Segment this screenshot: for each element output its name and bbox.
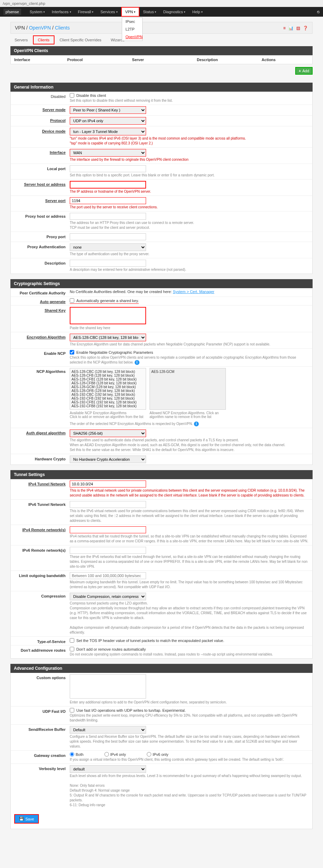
enablencp-checkbox[interactable] (70, 350, 74, 354)
enablencp-help: Check this option to allow OpenVPN clien… (70, 356, 296, 364)
ncp-item[interactable]: AES-192-CFB1 (192 bit key, 128 bit block… (71, 400, 144, 404)
ncp-item[interactable]: AES-128-CFB8 (128 bit key, 128 bit block… (71, 381, 144, 385)
ncp-item[interactable]: AES-128-CBC (128 bit key, 128 bit block) (71, 370, 144, 374)
ncp-item[interactable]: AES-192-CFB (192 bit key, 128 bit block) (71, 397, 144, 400)
udpio-cb-label: Use fast I/O operations with UDP writes … (76, 708, 186, 712)
serverport-input[interactable] (70, 197, 146, 204)
gw-both[interactable]: Both (70, 752, 84, 757)
sharedkey-textarea[interactable] (70, 307, 146, 324)
serverhost-input[interactable] (70, 181, 146, 189)
label-autogen: Auto generate (14, 298, 70, 304)
add-button[interactable]: Add (295, 67, 313, 75)
label-enablencp: Enable NCP (14, 350, 70, 356)
ncp-item[interactable]: AES-128-GCM (128 bit key, 128 bit block) (71, 385, 144, 389)
disabled-help: Set this option to disable this client w… (70, 98, 309, 103)
label-proxyhost: Proxy host or address (14, 213, 70, 218)
clients-table-head: Interface Protocol Server Description Ac… (10, 55, 313, 64)
ipv4rem-input[interactable] (70, 526, 146, 533)
bw-input[interactable] (70, 572, 146, 579)
gw-help: If you assign a virtual interface to thi… (70, 757, 309, 762)
advanced-head: Advanced Configuration (10, 664, 313, 673)
encalg-select[interactable]: AES-128-CBC (128 bit key, 128 bit block) (70, 334, 146, 341)
proxyauth-select[interactable]: none (70, 243, 146, 251)
ncp-allowed-list[interactable]: AES-128-GCM (150, 368, 226, 410)
desc-input[interactable] (70, 260, 146, 267)
status-icon[interactable]: ≡ (283, 26, 286, 31)
proxyauth-help: The type of authentication used by the p… (70, 252, 309, 257)
nav-vpn[interactable]: VPN▾ IPsec L2TP OpenVPN (121, 7, 140, 17)
ncp-item[interactable]: AES-192-CFB8 (192 bit key, 128 bit block… (71, 404, 144, 408)
graph-icon[interactable]: 📊 (288, 26, 294, 31)
breadcrumb-openvpn[interactable]: OpenVPN (29, 25, 51, 31)
url-display: /vpn_openvpn_client.php (0, 0, 323, 7)
tos-cb-label: Set the TOS IP header value of tunnel pa… (76, 639, 224, 643)
dropdown-openvpn[interactable]: OpenVPN (122, 33, 142, 41)
routes-cb-label: Don't add or remove routes automatically (76, 647, 146, 651)
buf-select[interactable]: Default (70, 726, 146, 734)
help-icon[interactable]: ❓ (303, 26, 308, 31)
gw-ipv4[interactable]: IPv4 only (104, 752, 126, 757)
label-localport: Local port (14, 165, 70, 171)
interface-select[interactable]: WAN (70, 149, 146, 157)
protocol-select[interactable]: UDP on IPv4 only (70, 117, 146, 125)
gw-ipv6[interactable]: IPv6 only (147, 752, 168, 757)
localport-help: Set this option to bind to a specific po… (70, 173, 309, 178)
nav-services[interactable]: Services▾ (97, 7, 121, 17)
ipv6tun-input[interactable] (70, 501, 146, 508)
info-icon[interactable]: i (135, 360, 139, 365)
dropdown-l2tp[interactable]: L2TP (122, 25, 142, 33)
log-icon[interactable]: ▤ (296, 26, 300, 31)
verb-help: Each level shows all info from the previ… (70, 774, 309, 808)
buf-help: Configure a Send and Receive Buffer size… (70, 734, 309, 749)
label-custom: Custom options (14, 674, 70, 680)
nav-firewall[interactable]: Firewall▾ (75, 7, 97, 17)
pfsense-logo[interactable]: pfsense (3, 9, 21, 15)
custom-help: Enter any additional options to add to t… (70, 700, 309, 705)
ipv4tun-input[interactable] (70, 481, 146, 487)
servermode-select[interactable]: Peer to Peer ( Shared Key ) (70, 106, 146, 114)
routes-checkbox[interactable] (70, 647, 74, 651)
custom-textarea[interactable] (70, 674, 146, 699)
localport-input[interactable] (70, 165, 146, 172)
nav-diagnostics[interactable]: Diagnostics▾ (160, 7, 189, 17)
ipv6rem-input[interactable] (70, 547, 146, 554)
disabled-checkbox[interactable] (70, 93, 74, 98)
tos-checkbox[interactable] (70, 638, 74, 643)
autogen-checkbox[interactable] (70, 298, 74, 303)
tab-clients[interactable]: Clients (33, 35, 54, 44)
tabs: Servers Clients Client Specific Override… (10, 38, 313, 42)
nav-interfaces[interactable]: Interfaces▾ (48, 7, 74, 17)
proxyhost-input[interactable] (70, 213, 146, 220)
ncp-available-list[interactable]: AES-128-CBC (128 bit key, 128 bit block)… (70, 368, 146, 410)
hwcrypto-select[interactable]: No Hardware Crypto Acceleration (70, 456, 146, 463)
verb-select[interactable]: default (70, 765, 146, 773)
proxyport-input[interactable] (70, 233, 146, 240)
save-icon: 💾 (19, 817, 24, 821)
ipv6tun-help: This is the IPv6 virtual network used fo… (70, 509, 309, 523)
nav-help[interactable]: Help▾ (189, 7, 206, 17)
ncp-item[interactable]: AES-128-OFB (128 bit key, 128 bit block) (71, 389, 144, 393)
tab-servers[interactable]: Servers (10, 36, 32, 44)
desc-help: A description may be entered here for ad… (70, 267, 309, 272)
nav-status[interactable]: Status▾ (139, 7, 160, 17)
label-hwcrypto: Hardware Crypto (14, 456, 70, 461)
udpio-checkbox[interactable] (70, 708, 74, 712)
ncp-item[interactable]: AES-128-CFB (128 bit key, 128 bit block) (71, 374, 144, 377)
authdig-select[interactable]: SHA256 (256-bit) (70, 429, 146, 437)
logout-icon[interactable]: ⎋ (317, 9, 320, 14)
comp-select[interactable]: Disable Compression, retain compression … (70, 593, 146, 600)
breadcrumb-clients[interactable]: Clients (55, 25, 70, 31)
breadcrumb: VPN / OpenVPN / Clients ≡ 📊 ▤ ❓ (10, 22, 313, 34)
ncp-item[interactable]: AES-192-CBC (192 bit key, 128 bit block) (71, 393, 144, 397)
ipv6rem-help: These are the IPv6 networks that will be… (70, 554, 309, 569)
info-icon-2[interactable]: i (194, 422, 199, 426)
tab-csc[interactable]: Client Specific Overrides (56, 36, 105, 44)
ncp-item[interactable]: AES-128-CFB1 (128 bit key, 128 bit block… (71, 377, 144, 381)
dropdown-ipsec[interactable]: IPsec (122, 18, 142, 25)
nav-system[interactable]: System▾ (26, 7, 49, 17)
label-peerca: Peer Certificate Authority (14, 290, 70, 295)
devmode-select[interactable]: tun - Layer 3 Tunnel Mode (70, 128, 146, 135)
peerca-link[interactable]: System > Cert. Manager (173, 290, 214, 294)
label-protocol: Protocol (14, 117, 70, 123)
save-button[interactable]: 💾Save (14, 814, 39, 824)
